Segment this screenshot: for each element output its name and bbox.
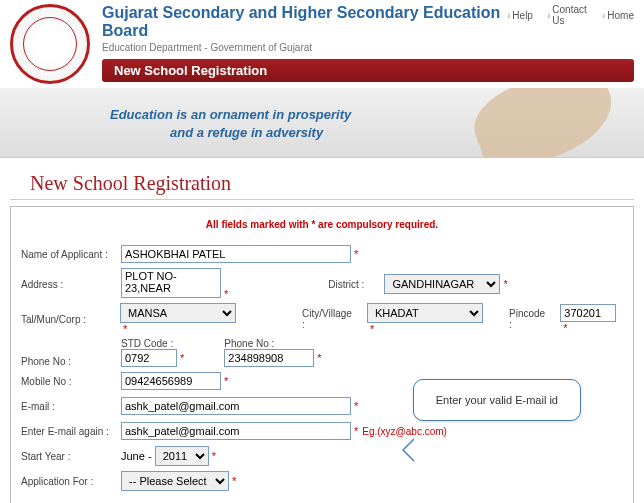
startyear-select[interactable]: 2011 xyxy=(155,446,209,466)
appfor-select[interactable]: -- Please Select -- xyxy=(121,471,229,491)
board-logo xyxy=(10,4,90,84)
cityvillage-label: City/Village : xyxy=(302,308,357,330)
email2-input[interactable] xyxy=(121,422,351,440)
cityvillage-select[interactable]: KHADAT xyxy=(367,303,483,323)
home-link[interactable]: ›Home xyxy=(602,4,634,26)
email-label: E-mail : xyxy=(21,401,121,412)
board-title: Gujarat Secondary and Higher Secondary E… xyxy=(102,4,507,40)
chevron-right-icon: › xyxy=(602,10,605,21)
startmonth-text: June xyxy=(121,450,145,462)
page-title: New School Registration xyxy=(10,158,634,200)
applicant-input[interactable] xyxy=(121,245,351,263)
chevron-right-icon: › xyxy=(507,10,510,21)
ribbon-title: New School Registration xyxy=(102,59,634,82)
pincode-label: Pincode : xyxy=(509,308,550,330)
phoneno-label: Phone No : xyxy=(224,338,274,349)
required-note: All fields marked with * are compulsory … xyxy=(21,215,623,240)
district-label: District : xyxy=(328,279,364,290)
mobile-input[interactable] xyxy=(121,372,221,390)
phoneno-input[interactable] xyxy=(224,349,314,367)
appfor-label: Application For : xyxy=(21,476,121,487)
email-input[interactable] xyxy=(121,397,351,415)
email-tooltip: Enter your valid E-mail id xyxy=(413,379,581,421)
district-select[interactable]: GANDHINAGAR xyxy=(384,274,500,294)
mobile-label: Mobile No : xyxy=(21,376,121,387)
chevron-right-icon: › xyxy=(547,10,550,21)
board-subtitle: Education Department - Government of Guj… xyxy=(102,42,507,53)
hand-writing-image xyxy=(465,88,624,158)
email-hint: Eg.(xyz@abc.com) xyxy=(362,426,447,437)
address-input[interactable]: PLOT NO-23,NEAR xyxy=(121,268,221,298)
contact-link[interactable]: ›Contact Us xyxy=(547,4,588,26)
stdcode-label: STD Code : xyxy=(121,338,173,349)
banner-line1: Education is an ornament in prosperity xyxy=(110,106,351,124)
email2-label: Enter E-mail again : xyxy=(21,426,121,437)
help-link[interactable]: ›Help xyxy=(507,4,533,26)
stdcode-input[interactable] xyxy=(121,349,177,367)
phone-label: Phone No : xyxy=(21,356,121,367)
talmuncorp-select[interactable]: MANSA xyxy=(120,303,236,323)
banner: Education is an ornament in prosperity a… xyxy=(0,88,644,158)
banner-line2: and a refuge in adversity xyxy=(110,124,351,142)
address-label: Address : xyxy=(21,279,121,290)
pincode-input[interactable] xyxy=(560,304,616,322)
startyear-label: Start Year : xyxy=(21,451,121,462)
talmuncorp-label: Tal/Mun/Corp : xyxy=(21,314,120,325)
applicant-label: Name of Applicant : xyxy=(21,249,121,260)
